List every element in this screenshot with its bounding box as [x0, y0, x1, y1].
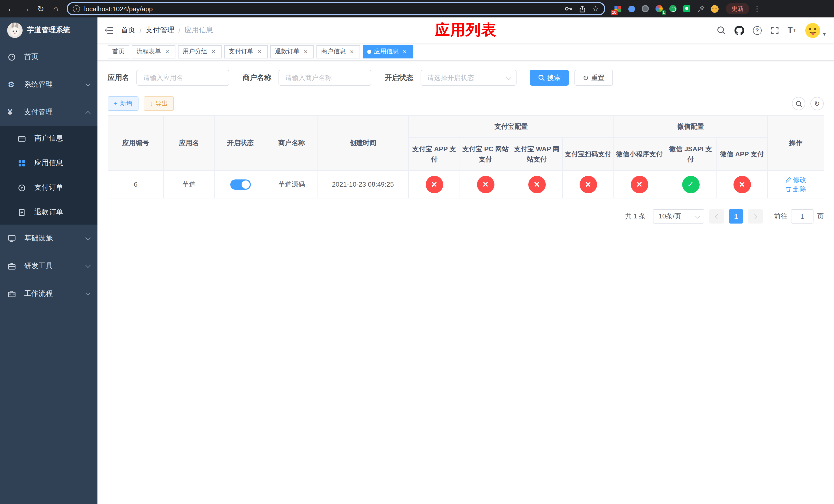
tab-process-form[interactable]: 流程表单	[132, 45, 175, 58]
sidebar-item-workflow[interactable]: 工作流程	[0, 280, 97, 307]
sidebar-subitem-merchant-info[interactable]: 商户信息	[0, 126, 97, 151]
sidebar-item-system-management[interactable]: ⚙ 系统管理	[0, 71, 97, 98]
help-icon[interactable]	[753, 26, 762, 35]
col-header-create-time: 创建时间	[317, 116, 409, 170]
close-icon[interactable]	[401, 48, 408, 55]
chevron-down-icon	[506, 75, 511, 80]
dashboard-icon	[8, 53, 20, 61]
sidebar-subitem-refund-order[interactable]: 退款订单	[0, 200, 97, 225]
search-icon[interactable]	[716, 26, 725, 35]
sidebar-item-label: 研发工具	[24, 261, 53, 271]
close-icon[interactable]	[163, 48, 171, 55]
browser-back-button[interactable]: ←	[4, 2, 18, 16]
alipay-wap-pay-status-icon	[528, 176, 546, 193]
close-icon[interactable]	[210, 48, 217, 55]
sidebar-subitem-app-info[interactable]: 应用信息	[0, 151, 97, 175]
reset-button[interactable]: ↻ 重置	[574, 70, 613, 86]
app-title: 芋道管理系统	[27, 26, 70, 35]
col-header-app-id: 应用编号	[108, 116, 163, 170]
browser-menu-icon[interactable]: ⋮	[752, 4, 762, 13]
navbar-actions: ▾	[716, 22, 834, 38]
chevron-down-icon	[696, 214, 700, 219]
extension-color-wheel-icon[interactable]: 1	[654, 4, 664, 14]
reset-button-label: 重置	[591, 73, 605, 82]
goto-page-input[interactable]	[791, 209, 813, 224]
browser-home-button[interactable]: ⌂	[49, 2, 63, 16]
extension-blue-dot-icon[interactable]	[626, 4, 637, 14]
sidebar-item-label: 系统管理	[24, 80, 53, 89]
github-icon[interactable]	[734, 25, 744, 35]
page-number-button[interactable]: 1	[729, 209, 743, 224]
export-button[interactable]: ↓ 导出	[144, 96, 174, 111]
goto-label: 前往	[774, 212, 787, 221]
tab-app-info[interactable]: 应用信息	[363, 45, 413, 58]
tab-merchant-info[interactable]: 商户信息	[316, 45, 360, 58]
password-key-icon[interactable]	[564, 5, 572, 13]
breadcrumb-payment[interactable]: 支付管理	[146, 26, 174, 35]
merchant-name-input[interactable]	[279, 70, 371, 86]
chevron-up-icon	[85, 111, 90, 116]
cell-app-name: 芋道	[163, 170, 215, 198]
browser-update-button[interactable]: 更新	[726, 3, 749, 14]
add-button-label: 新增	[120, 99, 132, 108]
sidebar-item-dev-tools[interactable]: 研发工具	[0, 252, 97, 280]
search-button-label: 搜索	[547, 73, 561, 82]
address-bar[interactable]: localhost:1024/pay/app ☆	[67, 2, 605, 15]
sidebar-item-payment-management[interactable]: ¥ 支付管理	[0, 98, 97, 126]
sidebar-item-label: 支付订单	[35, 183, 63, 192]
edit-link[interactable]: 修改	[785, 175, 806, 184]
tab-refund-order[interactable]: 退款订单	[270, 45, 314, 58]
alipay-pc-pay-status-icon	[477, 176, 494, 193]
delete-link[interactable]: 删除	[785, 184, 806, 193]
refresh-table-button[interactable]: ↻	[810, 97, 824, 110]
extension-face-icon[interactable]	[709, 4, 720, 14]
breadcrumb-home[interactable]: 首页	[121, 26, 135, 35]
search-button[interactable]: 搜索	[530, 70, 569, 86]
export-button-label: 导出	[155, 99, 168, 108]
tab-label: 流程表单	[136, 47, 161, 56]
add-button[interactable]: + 新增	[108, 96, 138, 111]
sidebar-item-home[interactable]: 首页	[0, 43, 97, 71]
share-icon[interactable]	[578, 5, 586, 13]
browser-forward-button[interactable]: →	[19, 2, 33, 16]
cell-app-id: 6	[108, 170, 163, 198]
wechat-jsapi-pay-status-icon	[682, 176, 699, 193]
pagination: 共 1 条 10条/页 1 前往 页	[108, 209, 824, 224]
extension-pin-icon[interactable]	[696, 4, 706, 14]
tab-payment-order[interactable]: 支付订单	[224, 45, 268, 58]
sidebar-subitem-payment-order[interactable]: 支付订单	[0, 175, 97, 200]
page-size-select[interactable]: 10条/页	[653, 209, 704, 224]
app-logo[interactable]: 芋道管理系统	[0, 18, 97, 43]
breadcrumb-separator	[178, 26, 180, 35]
extension-grid-icon[interactable]: 10	[612, 4, 623, 14]
extension-green-square-icon[interactable]	[682, 4, 692, 14]
close-icon[interactable]	[348, 48, 355, 55]
sidebar-toggle[interactable]	[97, 18, 121, 43]
bookmark-star-icon[interactable]: ☆	[592, 4, 599, 13]
tab-home[interactable]: 首页	[108, 45, 129, 58]
close-icon[interactable]	[256, 48, 263, 55]
site-info-icon[interactable]	[73, 5, 80, 12]
user-menu[interactable]: ▾	[805, 22, 826, 38]
breadcrumb: 首页 支付管理 应用信息	[121, 26, 213, 35]
browser-extensions: 10 1	[609, 4, 723, 14]
fullscreen-icon[interactable]	[770, 26, 779, 35]
extension-gray-circle-icon[interactable]	[640, 4, 650, 14]
payment-submenu: 商户信息 应用信息 支付订单	[0, 126, 97, 225]
app-status-toggle[interactable]	[230, 179, 250, 189]
user-avatar[interactable]	[805, 22, 821, 38]
toggle-search-button[interactable]	[792, 97, 805, 110]
extension-green-circle-icon[interactable]	[668, 4, 678, 14]
chevron-down-icon	[85, 263, 90, 268]
close-icon[interactable]	[302, 48, 309, 55]
font-size-icon[interactable]	[788, 26, 796, 35]
browser-reload-button[interactable]: ↻	[34, 2, 48, 16]
prev-page-button[interactable]	[709, 209, 724, 224]
status-select[interactable]: 请选择开启状态	[421, 70, 517, 86]
app-name-input[interactable]	[136, 70, 229, 86]
sidebar-item-infrastructure[interactable]: 基础设施	[0, 225, 97, 252]
tab-user-group[interactable]: 用户分组	[178, 45, 222, 58]
sidebar-item-label: 支付管理	[24, 108, 53, 117]
next-page-button[interactable]	[748, 209, 763, 224]
col-header-alipay-wap: 支付宝 WAP 网站支付	[511, 138, 563, 170]
